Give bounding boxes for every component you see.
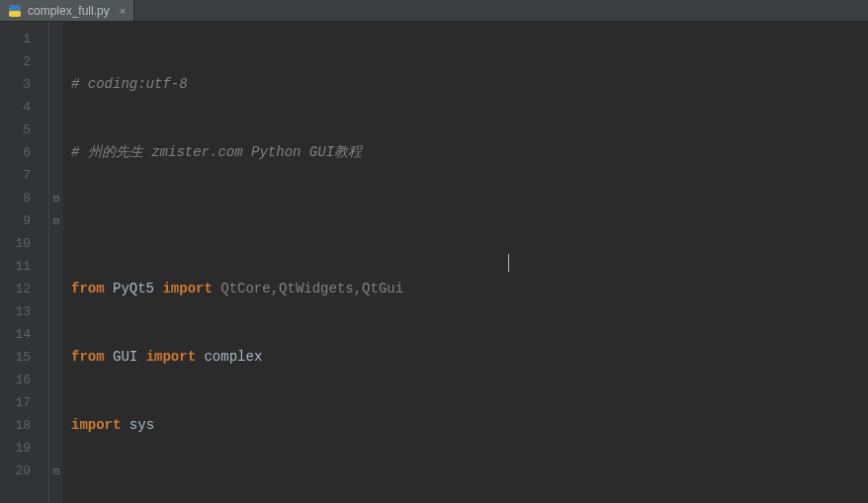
line-number: 4 <box>0 96 48 119</box>
python-file-icon <box>8 4 22 18</box>
fold-icon[interactable]: ⊟ <box>49 460 63 482</box>
line-number: 2 <box>0 50 48 73</box>
line-number: 13 <box>0 300 48 323</box>
code-line: # coding:utf-8 <box>71 73 868 96</box>
line-number: 8 <box>0 187 48 210</box>
text-caret-icon <box>508 254 509 272</box>
fold-icon[interactable]: ⊟ <box>49 210 63 232</box>
line-number: 15 <box>0 346 48 369</box>
close-icon[interactable]: × <box>116 5 126 17</box>
svg-rect-1 <box>9 11 21 17</box>
line-number: 12 <box>0 278 48 300</box>
line-number: 10 <box>0 232 48 255</box>
line-number: 3 <box>0 73 48 96</box>
tab-filename: complex_full.py <box>28 4 110 18</box>
code-line: import sys <box>71 414 868 437</box>
code-line <box>71 482 868 503</box>
line-number: 9 <box>0 210 48 232</box>
tab-complex-full[interactable]: complex_full.py × <box>0 0 134 21</box>
line-number: 19 <box>0 437 48 460</box>
line-number: 14 <box>0 323 48 346</box>
line-number: 16 <box>0 369 48 391</box>
line-number: 17 <box>0 391 48 414</box>
code-area[interactable]: # coding:utf-8 # 州的先生 zmister.com Python… <box>63 22 868 503</box>
code-line <box>71 210 868 232</box>
line-number: 7 <box>0 164 48 187</box>
line-number: 11 <box>0 255 48 278</box>
code-line: # 州的先生 zmister.com Python GUI教程 <box>71 141 868 164</box>
tab-bar: complex_full.py × <box>0 0 868 22</box>
code-line: from GUI import complex <box>71 346 868 369</box>
line-number-gutter[interactable]: 1 2 3 4 5 6 7 8 9 10 11 12 13 14 15 16 1… <box>0 22 49 503</box>
line-number: 1 <box>0 28 48 50</box>
line-number: 20 <box>0 460 48 482</box>
line-number: 6 <box>0 141 48 164</box>
fold-gutter[interactable]: ⊟ ⊟ ⊟ <box>49 22 63 503</box>
editor: 1 2 3 4 5 6 7 8 9 10 11 12 13 14 15 16 1… <box>0 22 868 503</box>
line-number: 5 <box>0 119 48 141</box>
line-number: 18 <box>0 414 48 437</box>
code-line: from PyQt5 import QtCore,QtWidgets,QtGui <box>71 278 868 300</box>
fold-icon[interactable]: ⊟ <box>49 187 63 210</box>
